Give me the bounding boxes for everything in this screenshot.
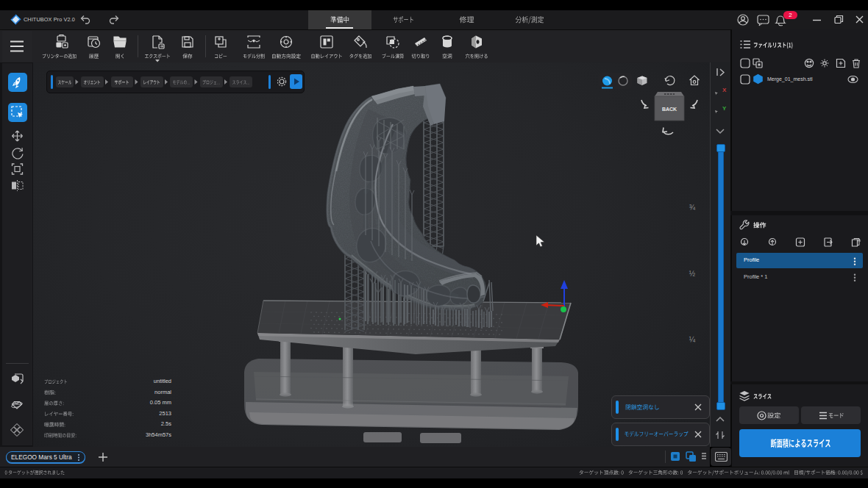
svg-text:Y: Y: [722, 105, 727, 112]
svg-text:X: X: [722, 87, 727, 93]
